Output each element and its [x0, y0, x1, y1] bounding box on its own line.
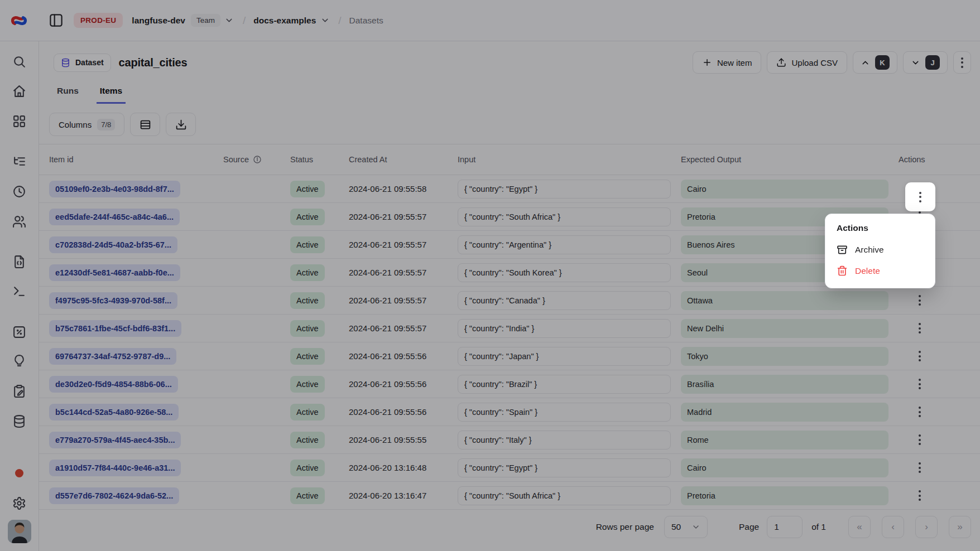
row-actions-button-active[interactable] [905, 182, 935, 211]
menu-item-delete[interactable]: Delete [830, 260, 930, 282]
trash-icon [837, 265, 848, 277]
archive-icon [837, 244, 848, 255]
actions-menu-title: Actions [830, 221, 930, 239]
kebab-menu-icon [919, 192, 921, 202]
menu-item-archive[interactable]: Archive [830, 239, 930, 260]
actions-menu: Actions Archive Delete [825, 214, 935, 288]
